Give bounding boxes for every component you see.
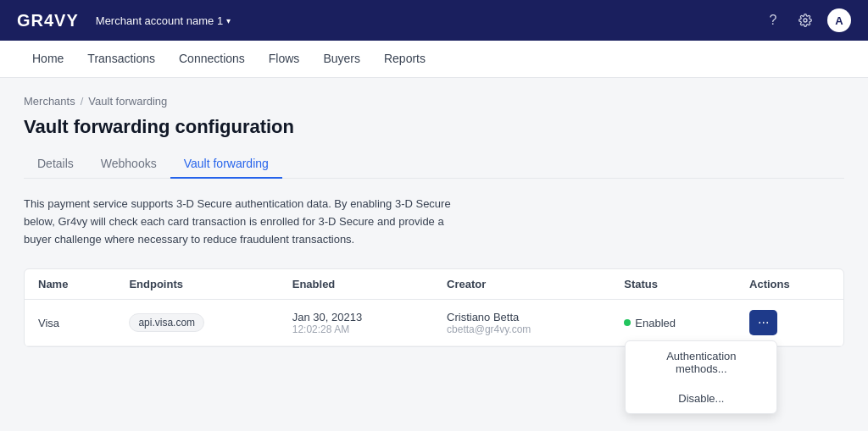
chevron-down-icon: ▾ (226, 16, 231, 25)
topbar-right: ? A (763, 8, 851, 32)
merchant-selector[interactable]: Merchant account name 1 ▾ (96, 14, 231, 27)
topbar: GR4VY Merchant account name 1 ▾ ? A (0, 0, 868, 41)
breadcrumb-current: Vault forwarding (88, 95, 167, 108)
col-endpoints: Endpoints (115, 269, 278, 300)
cell-status: Enabled (610, 300, 736, 346)
col-status: Status (610, 269, 736, 300)
table-header-row: Name Endpoints Enabled Creator Status Ac… (25, 269, 843, 300)
cell-actions: ··· Authentication methods... Disable... (736, 300, 843, 346)
settings-icon[interactable] (795, 10, 815, 30)
tab-vault-forwarding[interactable]: Vault forwarding (170, 150, 282, 179)
secondary-nav: Home Transactions Connections Flows Buye… (0, 41, 868, 78)
nav-buyers[interactable]: Buyers (311, 41, 372, 78)
topbar-left: GR4VY Merchant account name 1 ▾ (17, 11, 231, 30)
enabled-time-value: 12:02:28 AM (292, 323, 420, 335)
description-text: This payment service supports 3-D Secure… (24, 196, 465, 248)
breadcrumb-parent[interactable]: Merchants (24, 95, 75, 108)
logo: GR4VY (17, 11, 79, 30)
status-label: Enabled (635, 317, 676, 329)
svg-point-0 (804, 19, 807, 22)
status-badge: Enabled (624, 317, 722, 329)
creator-info: Cristiano Betta cbetta@gr4vy.com (447, 311, 597, 335)
cell-endpoint: api.visa.com (115, 300, 278, 346)
col-creator: Creator (433, 269, 610, 300)
enabled-date-value: Jan 30, 20213 (292, 311, 420, 323)
nav-connections[interactable]: Connections (167, 41, 257, 78)
nav-home[interactable]: Home (20, 41, 75, 78)
col-enabled: Enabled (279, 269, 433, 300)
actions-dropdown: Authentication methods... Disable... (625, 340, 777, 414)
tab-details[interactable]: Details (24, 150, 87, 179)
actions-button[interactable]: ··· Authentication methods... Disable... (749, 310, 777, 335)
endpoint-badge: api.visa.com (129, 313, 204, 332)
page-title: Vault forwarding configuration (24, 116, 844, 138)
col-name: Name (25, 269, 115, 300)
nav-transactions[interactable]: Transactions (75, 41, 167, 78)
cell-name: Visa (25, 300, 115, 346)
status-dot-icon (624, 319, 631, 326)
creator-name: Cristiano Betta (447, 311, 597, 323)
page-content: Merchants / Vault forwarding Vault forwa… (0, 78, 868, 431)
table-row: Visa api.visa.com Jan 30, 20213 12:02:28… (25, 300, 843, 346)
merchant-name-label: Merchant account name 1 (96, 14, 223, 27)
cell-creator: Cristiano Betta cbetta@gr4vy.com (433, 300, 610, 346)
dropdown-item-disable[interactable]: Disable... (626, 384, 776, 413)
nav-reports[interactable]: Reports (372, 41, 437, 78)
tab-webhooks[interactable]: Webhooks (87, 150, 170, 179)
col-actions: Actions (736, 269, 843, 300)
avatar[interactable]: A (827, 8, 851, 32)
dropdown-item-auth-methods[interactable]: Authentication methods... (626, 341, 776, 384)
vault-forwarding-table: Name Endpoints Enabled Creator Status Ac… (24, 268, 844, 347)
enabled-date: Jan 30, 20213 12:02:28 AM (292, 311, 420, 335)
nav-flows[interactable]: Flows (257, 41, 312, 78)
creator-email: cbetta@gr4vy.com (447, 323, 597, 335)
tabs: Details Webhooks Vault forwarding (24, 150, 844, 179)
cell-enabled: Jan 30, 20213 12:02:28 AM (279, 300, 433, 346)
help-icon[interactable]: ? (763, 10, 783, 30)
breadcrumb-separator: / (81, 95, 84, 108)
breadcrumb: Merchants / Vault forwarding (24, 95, 844, 108)
